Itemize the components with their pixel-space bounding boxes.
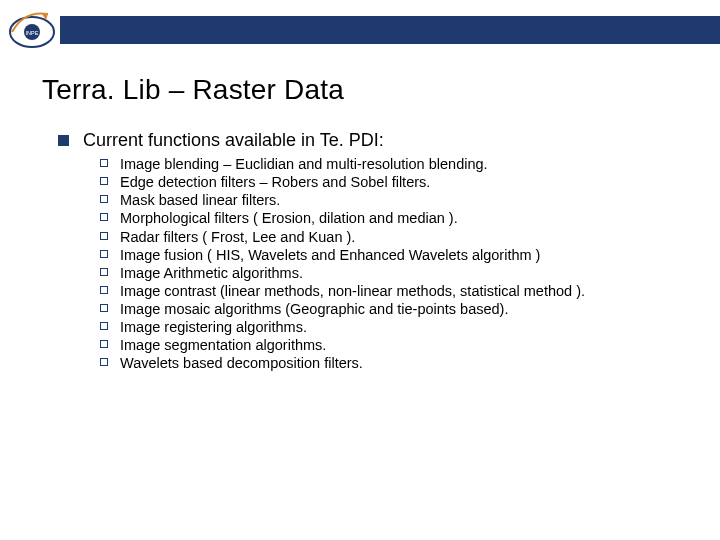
list-item-text: Morphological filters ( Erosion, dilatio… [120, 209, 458, 227]
slide-title: Terra. Lib – Raster Data [42, 74, 344, 106]
hollow-square-bullet-icon [100, 358, 108, 366]
slide: INPE Terra. Lib – Raster Data Current fu… [0, 0, 720, 540]
list-item-text: Mask based linear filters. [120, 191, 280, 209]
list-item: Radar filters ( Frost, Lee and Kuan ). [100, 228, 690, 246]
list-item: Image registering algorithms. [100, 318, 690, 336]
list-item: Image Arithmetic algorithms. [100, 264, 690, 282]
header-bar [60, 16, 720, 44]
list-item: Image fusion ( HIS, Wavelets and Enhance… [100, 246, 690, 264]
bullet-level1-text: Current functions available in Te. PDI: [83, 130, 384, 151]
list-item-text: Image registering algorithms. [120, 318, 307, 336]
list-item-text: Image blending – Euclidian and multi-res… [120, 155, 488, 173]
hollow-square-bullet-icon [100, 177, 108, 185]
list-item-text: Image contrast (linear methods, non-line… [120, 282, 585, 300]
hollow-square-bullet-icon [100, 286, 108, 294]
list-item-text: Radar filters ( Frost, Lee and Kuan ). [120, 228, 355, 246]
content-area: Current functions available in Te. PDI: … [58, 130, 690, 373]
hollow-square-bullet-icon [100, 232, 108, 240]
list-item: Mask based linear filters. [100, 191, 690, 209]
list-item-text: Edge detection filters – Robers and Sobe… [120, 173, 430, 191]
inpe-logo: INPE [6, 8, 58, 50]
list-item: Morphological filters ( Erosion, dilatio… [100, 209, 690, 227]
list-item-text: Image Arithmetic algorithms. [120, 264, 303, 282]
hollow-square-bullet-icon [100, 250, 108, 258]
hollow-square-bullet-icon [100, 322, 108, 330]
hollow-square-bullet-icon [100, 340, 108, 348]
hollow-square-bullet-icon [100, 213, 108, 221]
hollow-square-bullet-icon [100, 268, 108, 276]
sub-bullet-list: Image blending – Euclidian and multi-res… [100, 155, 690, 373]
list-item: Image segmentation algorithms. [100, 336, 690, 354]
hollow-square-bullet-icon [100, 195, 108, 203]
list-item: Image mosaic algorithms (Geographic and … [100, 300, 690, 318]
hollow-square-bullet-icon [100, 159, 108, 167]
list-item: Wavelets based decomposition filters. [100, 354, 690, 372]
square-bullet-icon [58, 135, 69, 146]
list-item-text: Image mosaic algorithms (Geographic and … [120, 300, 508, 318]
bullet-level1: Current functions available in Te. PDI: [58, 130, 690, 151]
list-item: Image blending – Euclidian and multi-res… [100, 155, 690, 173]
list-item-text: Image segmentation algorithms. [120, 336, 326, 354]
list-item-text: Wavelets based decomposition filters. [120, 354, 363, 372]
list-item-text: Image fusion ( HIS, Wavelets and Enhance… [120, 246, 540, 264]
hollow-square-bullet-icon [100, 304, 108, 312]
list-item: Edge detection filters – Robers and Sobe… [100, 173, 690, 191]
logo-text: INPE [26, 30, 39, 36]
list-item: Image contrast (linear methods, non-line… [100, 282, 690, 300]
